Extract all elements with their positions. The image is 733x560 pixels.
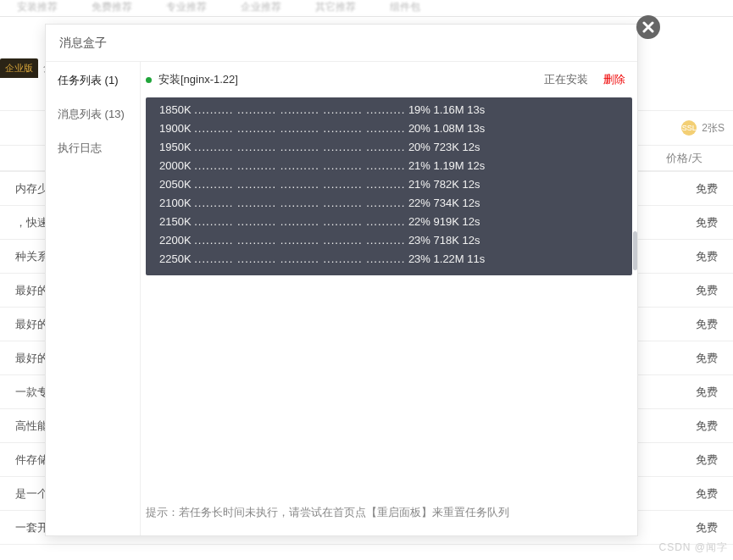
task-status: 正在安装 bbox=[544, 72, 588, 87]
spacer bbox=[141, 275, 637, 505]
enterprise-badge: 企业版 bbox=[0, 58, 38, 78]
modal-body: 任务列表 (1) 消息列表 (13) 执行日志 安装[nginx-1.22] 正… bbox=[46, 62, 637, 535]
bg-tabbar: 安装推荐 免费推荐 专业推荐 企业推荐 其它推荐 组件包 bbox=[0, 0, 733, 17]
shield-icon: SSL bbox=[681, 120, 697, 136]
log-line: 2100K .......... .......... .......... .… bbox=[159, 194, 619, 213]
log-line: 2200K .......... .......... .......... .… bbox=[159, 231, 619, 250]
log-line: 2050K .......... .......... .......... .… bbox=[159, 175, 619, 194]
task-delete-link[interactable]: 删除 bbox=[603, 72, 625, 87]
log-line: 2150K .......... .......... .......... .… bbox=[159, 213, 619, 231]
console-wrap: 1850K .......... .......... .......... .… bbox=[146, 97, 632, 275]
task-name: 安装[nginx-1.22] bbox=[158, 72, 544, 87]
sidebar-item-logs[interactable]: 执行日志 bbox=[46, 131, 140, 165]
task-hint: 提示：若任务长时间未执行，请尝试在首页点【重启面板】来重置任务队列 bbox=[141, 505, 637, 535]
close-icon[interactable] bbox=[636, 15, 660, 39]
log-line: 1950K .......... .......... .......... .… bbox=[159, 138, 619, 157]
log-line: 1850K .......... .......... .......... .… bbox=[159, 101, 619, 119]
log-line: 1900K .......... .......... .......... .… bbox=[159, 119, 619, 138]
log-line: 2250K .......... .......... .......... .… bbox=[159, 250, 619, 269]
install-log-console[interactable]: 1850K .......... .......... .......... .… bbox=[146, 97, 632, 275]
bg-row-price: 免费 bbox=[696, 486, 718, 502]
status-dot-icon bbox=[146, 77, 152, 83]
watermark: CSDN @闻字 bbox=[658, 541, 728, 555]
bg-row-price: 免费 bbox=[696, 520, 718, 535]
bg-tab[interactable]: 组件包 bbox=[390, 0, 420, 16]
bg-row-price: 免费 bbox=[696, 317, 718, 332]
bg-row-price: 免费 bbox=[696, 351, 718, 366]
bg-tab[interactable]: 安装推荐 bbox=[17, 0, 58, 16]
bg-tab[interactable]: 企业推荐 bbox=[241, 0, 281, 16]
scrollbar-thumb[interactable] bbox=[633, 231, 637, 270]
modal-content: 安装[nginx-1.22] 正在安装 删除 1850K .......... … bbox=[141, 62, 637, 535]
price-header: 价格/天 bbox=[666, 151, 718, 166]
task-header: 安装[nginx-1.22] 正在安装 删除 bbox=[141, 62, 637, 97]
bg-row-price: 免费 bbox=[696, 181, 718, 197]
ssl-count: 2张S bbox=[702, 121, 725, 136]
message-box-modal: 消息盒子 任务列表 (1) 消息列表 (13) 执行日志 安装[nginx-1.… bbox=[45, 24, 638, 536]
bg-row-price: 免费 bbox=[696, 385, 718, 400]
log-line: 2000K .......... .......... .......... .… bbox=[159, 157, 619, 175]
bg-row-price: 免费 bbox=[696, 249, 718, 264]
bg-row-price: 免费 bbox=[696, 283, 718, 298]
bg-row-price: 免费 bbox=[696, 419, 718, 434]
bg-tab[interactable]: 其它推荐 bbox=[315, 0, 356, 16]
bg-tab[interactable]: 免费推荐 bbox=[92, 0, 132, 16]
ssl-indicator: SSL 2张S bbox=[681, 120, 725, 136]
bg-row-price: 免费 bbox=[696, 452, 718, 468]
modal-title: 消息盒子 bbox=[46, 25, 637, 62]
bg-row-price: 免费 bbox=[696, 215, 718, 230]
bg-tab[interactable]: 专业推荐 bbox=[166, 0, 207, 16]
sidebar-item-tasks[interactable]: 任务列表 (1) bbox=[46, 64, 140, 97]
modal-sidebar: 任务列表 (1) 消息列表 (13) 执行日志 bbox=[46, 62, 141, 535]
sidebar-item-messages[interactable]: 消息列表 (13) bbox=[46, 97, 140, 131]
